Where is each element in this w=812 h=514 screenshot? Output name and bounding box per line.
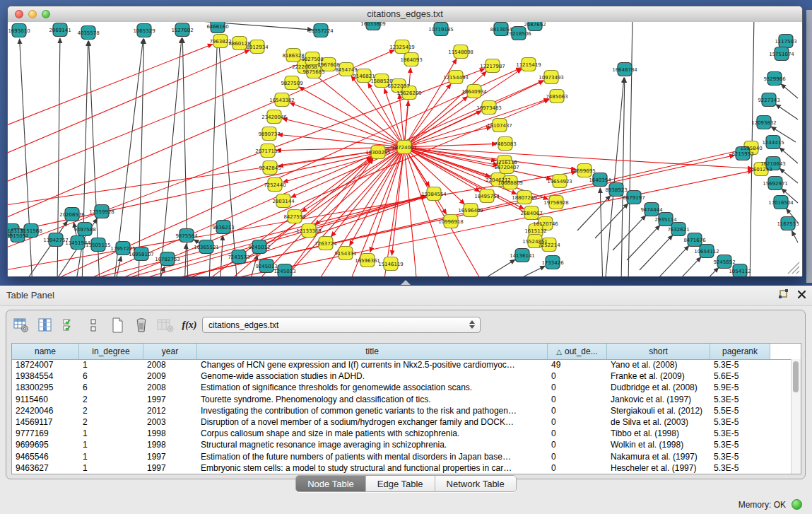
column-header-out_de[interactable]: △out_de...	[548, 344, 607, 359]
function-builder-icon[interactable]: f(x)	[180, 316, 199, 334]
table-row[interactable]: 2242004622012Investigating the contribut…	[12, 406, 801, 417]
graph-node-label: 9227343	[758, 98, 779, 103]
table-cell: 22420046	[12, 406, 79, 417]
graph-node-label: 17016504	[768, 200, 794, 206]
table-cell: 5.3E-5	[710, 395, 770, 406]
background-window-edge	[806, 10, 812, 283]
graph-node-label: 18495754	[474, 194, 500, 199]
graph-node-label: 10688809	[498, 180, 523, 186]
graph-node-label: 9875685	[302, 69, 324, 75]
graph-node-label: 8454749	[335, 67, 357, 73]
graph-node-label: 15751074	[769, 52, 794, 57]
table-cell: Investigating the contribution of common…	[197, 406, 548, 417]
graph-node-label: 2935114	[654, 217, 677, 223]
table-scrollbar-thumb[interactable]	[793, 361, 799, 392]
graph-node-label: 7263724	[314, 241, 337, 247]
table-row[interactable]: 1872400712008Changes of HCN gene express…	[12, 360, 801, 371]
table-cell: 19384554	[12, 371, 79, 382]
table-cell: 14569117	[12, 417, 79, 428]
table-scrollbar[interactable]	[791, 359, 801, 474]
table-row[interactable]: 946554611997Estimation of the future num…	[12, 452, 801, 463]
table-cell: 5.3E-5	[710, 463, 770, 474]
table-cell: 49	[548, 360, 607, 371]
window-titlebar[interactable]: citations_edges.txt	[8, 6, 802, 23]
graph-node-label: 17957225	[110, 246, 136, 252]
graph-node-label: 9242845	[259, 165, 281, 171]
node-table[interactable]: namein_degreeyeartitle△out_de...shortpag…	[11, 343, 801, 474]
table-row[interactable]: 911546021997Tourette syndrome. Phenomeno…	[12, 395, 801, 406]
table-mode-icon[interactable]	[84, 316, 102, 334]
graph-node-label: 12093832	[751, 120, 777, 126]
table-cell: 0	[548, 406, 607, 417]
table-cell: 1	[79, 360, 143, 371]
graph-node-label: 9245012	[248, 245, 270, 250]
table-row[interactable]: 1938455462009Genome-wide association stu…	[12, 371, 801, 382]
table-cell: 5.3E-5	[710, 360, 770, 371]
column-header-name[interactable]: name	[12, 344, 79, 359]
delete-table-icon[interactable]	[156, 316, 175, 334]
column-header-short[interactable]: short	[607, 344, 710, 359]
column-header-in_degree[interactable]: in_degree	[79, 344, 143, 359]
table-cell: de Silva et al. (2003)	[607, 417, 710, 428]
delete-columns-icon[interactable]	[132, 316, 151, 334]
table-cell: 0	[548, 440, 607, 451]
close-panel-icon[interactable]	[797, 290, 806, 299]
graph-node-label: 6522057	[387, 83, 409, 89]
table-cell: 0	[548, 371, 607, 382]
graph-node-label: 10973483	[476, 105, 502, 111]
table-cell: 2008	[143, 382, 197, 394]
table-row[interactable]: 969969511998Structural magnetic resonanc…	[12, 440, 801, 451]
table-cell: 1997	[143, 395, 197, 406]
create-column-icon[interactable]	[108, 316, 126, 334]
table-selector-dropdown[interactable]: citations_edges.txt	[202, 317, 481, 333]
table-cell: 0	[548, 428, 607, 440]
split-pane-handle[interactable]	[401, 280, 411, 285]
select-columns-icon[interactable]	[60, 316, 78, 334]
graph-node-label: 19654923	[547, 179, 572, 185]
table-row[interactable]: 1830029562008Estimation of significance …	[12, 382, 801, 394]
table-cell: 0	[548, 463, 607, 474]
column-header-year[interactable]: year	[143, 344, 197, 359]
float-panel-icon[interactable]	[778, 289, 789, 300]
table-cell: 2012	[143, 406, 197, 417]
table-cell: 2	[79, 395, 143, 406]
graph-node-label: 19384554	[421, 192, 447, 197]
table-cell: 18300295	[12, 382, 79, 394]
graph-node-label: 7243573	[228, 255, 249, 260]
network-canvas[interactable]: 1872400722226058982750916543382234200469…	[8, 22, 802, 276]
tab-node-table[interactable]: Node Table	[296, 476, 366, 491]
graph-node-label: 16210643	[760, 161, 786, 167]
tab-edge-table[interactable]: Edge Table	[366, 476, 435, 491]
table-cell: 1997	[143, 463, 197, 474]
graph-node-label: 12217987	[480, 64, 505, 69]
table-cell: 9115460	[12, 395, 79, 406]
graph-node-label: 10365521	[194, 245, 219, 250]
graph-node-label: 1615132	[524, 228, 546, 234]
table-cell: 5.3E-5	[710, 417, 770, 428]
graph-node-label: 7485063	[546, 94, 567, 100]
sort-ascending-icon: △	[556, 348, 562, 356]
graph-node-label: 10973493	[539, 75, 564, 81]
column-header-pagerank[interactable]: pagerank	[710, 344, 770, 359]
graph-node-label: 9699695	[573, 168, 595, 174]
table-row[interactable]: 977716911998Corpus callosum shape and si…	[12, 428, 801, 440]
table-cell: Hescheler et al. (1997)	[607, 463, 710, 474]
show-columns-icon[interactable]	[36, 316, 54, 334]
column-header-title[interactable]: title	[197, 344, 548, 359]
table-cell: 0	[548, 452, 607, 463]
table-settings-icon[interactable]	[12, 316, 30, 334]
table-cell: 1	[79, 452, 143, 463]
graph-node-label: 9154331	[334, 251, 356, 257]
tab-network-table[interactable]: Network Table	[435, 476, 516, 491]
table-row[interactable]: 1456911722003Disruption of a novel membe…	[12, 417, 801, 428]
graph-node-label: 9875584	[175, 233, 198, 239]
graph-node-label: 18807249	[512, 195, 537, 201]
table-cell: Changes of HCN gene expression and I(f) …	[197, 360, 548, 371]
graph-node-label: 7252440	[264, 182, 286, 188]
citation-network-graph[interactable]: 1872400722226058982750916543382234200469…	[8, 22, 802, 276]
table-row[interactable]: 946362711997Embryonic stem cells: a mode…	[12, 463, 801, 474]
graph-node-label: 1640354	[589, 177, 611, 183]
graph-node-label: 1693010	[8, 28, 30, 34]
graph-node-label: 9827509	[281, 81, 302, 86]
table-cell: Franke et al. (2009)	[607, 371, 710, 382]
